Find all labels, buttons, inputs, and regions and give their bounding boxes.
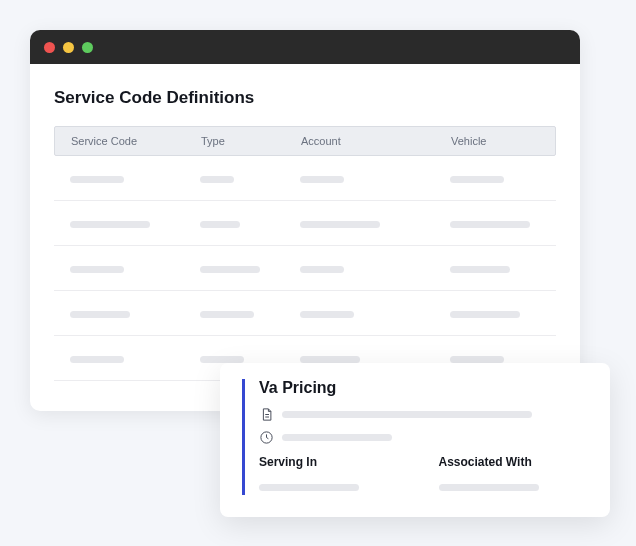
cell-placeholder xyxy=(300,311,354,318)
cell-placeholder xyxy=(70,311,130,318)
card-time-row xyxy=(259,430,588,445)
cell-placeholder xyxy=(300,356,360,363)
column-title: Serving In xyxy=(259,455,409,469)
cell-placeholder xyxy=(200,266,260,273)
cell-placeholder xyxy=(200,356,244,363)
cell-placeholder xyxy=(450,221,530,228)
column-value-placeholder xyxy=(439,484,539,491)
cell-placeholder xyxy=(450,311,520,318)
cell-placeholder xyxy=(450,266,510,273)
cell-placeholder xyxy=(300,221,380,228)
cell-placeholder xyxy=(70,221,150,228)
card-columns: Serving InAssociated With xyxy=(259,455,588,495)
cell-placeholder xyxy=(70,176,124,183)
column-title: Associated With xyxy=(439,455,589,469)
card-description-row xyxy=(259,407,588,422)
titlebar xyxy=(30,30,580,64)
cell-placeholder xyxy=(300,176,344,183)
col-account: Account xyxy=(301,135,451,147)
app-window: Service Code Definitions Service Code Ty… xyxy=(30,30,580,411)
cell-placeholder xyxy=(200,176,234,183)
table-header: Service Code Type Account Vehicle xyxy=(54,126,556,156)
document-icon xyxy=(259,407,274,422)
cell-placeholder xyxy=(70,356,124,363)
cell-placeholder xyxy=(300,266,344,273)
col-vehicle: Vehicle xyxy=(451,135,539,147)
window-content: Service Code Definitions Service Code Ty… xyxy=(30,64,580,411)
cell-placeholder xyxy=(450,356,504,363)
maximize-icon[interactable] xyxy=(82,42,93,53)
page-title: Service Code Definitions xyxy=(54,88,556,108)
card-time-placeholder xyxy=(282,434,392,441)
pricing-card: Va Pricing Serving InAssociated With xyxy=(220,363,610,517)
cell-placeholder xyxy=(450,176,504,183)
minimize-icon[interactable] xyxy=(63,42,74,53)
card-title: Va Pricing xyxy=(259,379,588,397)
cell-placeholder xyxy=(200,221,240,228)
card-description-placeholder xyxy=(282,411,532,418)
clock-icon xyxy=(259,430,274,445)
card-column: Associated With xyxy=(439,455,589,495)
col-service-code: Service Code xyxy=(71,135,201,147)
table-row[interactable] xyxy=(54,201,556,246)
column-value-placeholder xyxy=(259,484,359,491)
table-row[interactable] xyxy=(54,246,556,291)
table-row[interactable] xyxy=(54,291,556,336)
cell-placeholder xyxy=(200,311,254,318)
table-body xyxy=(54,156,556,381)
close-icon[interactable] xyxy=(44,42,55,53)
card-column: Serving In xyxy=(259,455,409,495)
table-row[interactable] xyxy=(54,156,556,201)
col-type: Type xyxy=(201,135,301,147)
cell-placeholder xyxy=(70,266,124,273)
